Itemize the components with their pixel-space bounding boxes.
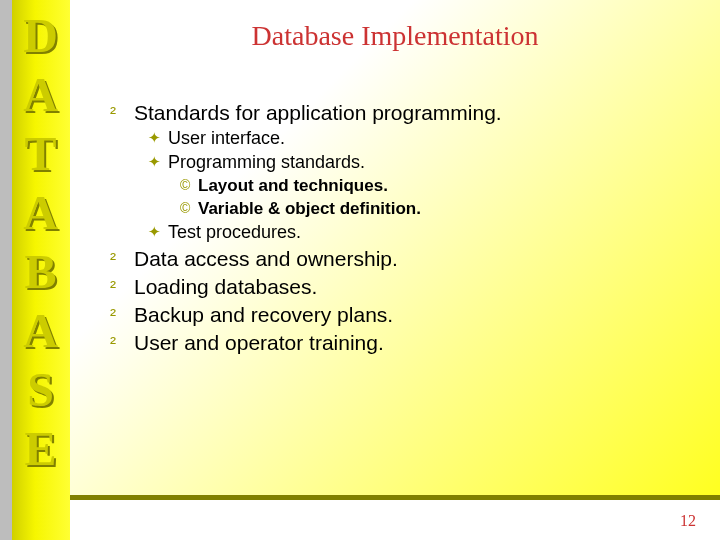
bullet-marker-l2: ✦ bbox=[148, 126, 168, 150]
bullet-l1: ² User and operator training. bbox=[110, 330, 690, 356]
sidebar-letter: A bbox=[23, 65, 59, 124]
slide-body: Database Implementation ² Standards for … bbox=[70, 0, 720, 500]
bullet-text: Loading databases. bbox=[134, 274, 317, 300]
bullet-marker-l1: ² bbox=[110, 100, 134, 126]
bullet-text: Standards for application programming. bbox=[134, 100, 502, 126]
slide-title: Database Implementation bbox=[70, 20, 720, 52]
sidebar-letter: T bbox=[24, 124, 57, 183]
bullet-marker-l2: ✦ bbox=[148, 220, 168, 244]
bullet-text: Variable & object definition. bbox=[198, 197, 421, 220]
bullet-text: Data access and ownership. bbox=[134, 246, 398, 272]
grey-margin bbox=[0, 0, 12, 540]
bullet-text: Backup and recovery plans. bbox=[134, 302, 393, 328]
bullet-text: User and operator training. bbox=[134, 330, 384, 356]
bullet-l2: ✦ Test procedures. bbox=[148, 220, 690, 244]
bullet-text: Test procedures. bbox=[168, 220, 301, 244]
bullet-text: Programming standards. bbox=[168, 150, 365, 174]
bullet-l3: © Layout and techniques. bbox=[180, 174, 690, 197]
sidebar-letter: A bbox=[23, 183, 59, 242]
bullet-marker-l3: © bbox=[180, 174, 198, 197]
slide-content: ² Standards for application programming.… bbox=[110, 100, 690, 358]
sidebar-letter: S bbox=[27, 360, 55, 419]
bullet-l1: ² Data access and ownership. bbox=[110, 246, 690, 272]
bullet-marker-l2: ✦ bbox=[148, 150, 168, 174]
bullet-l2: ✦ User interface. bbox=[148, 126, 690, 150]
sidebar-letter: E bbox=[24, 419, 57, 478]
bullet-l3: © Variable & object definition. bbox=[180, 197, 690, 220]
bullet-marker-l1: ² bbox=[110, 246, 134, 272]
bullet-marker-l3: © bbox=[180, 197, 198, 220]
bullet-text: Layout and techniques. bbox=[198, 174, 388, 197]
bullet-marker-l1: ² bbox=[110, 302, 134, 328]
bullet-l1: ² Standards for application programming.… bbox=[110, 100, 690, 244]
bullet-l2: ✦ Programming standards. bbox=[148, 150, 690, 174]
sidebar-letters: D A T A B A S E bbox=[12, 0, 70, 540]
page-number: 12 bbox=[680, 512, 696, 530]
sidebar-letter: A bbox=[23, 301, 59, 360]
bullet-l1: ² Loading databases. bbox=[110, 274, 690, 300]
bullet-l1: ² Backup and recovery plans. bbox=[110, 302, 690, 328]
sidebar-letter: D bbox=[23, 6, 59, 65]
sidebar-letter: B bbox=[24, 242, 57, 301]
bullet-text: User interface. bbox=[168, 126, 285, 150]
bullet-marker-l1: ² bbox=[110, 330, 134, 356]
bullet-marker-l1: ² bbox=[110, 274, 134, 300]
